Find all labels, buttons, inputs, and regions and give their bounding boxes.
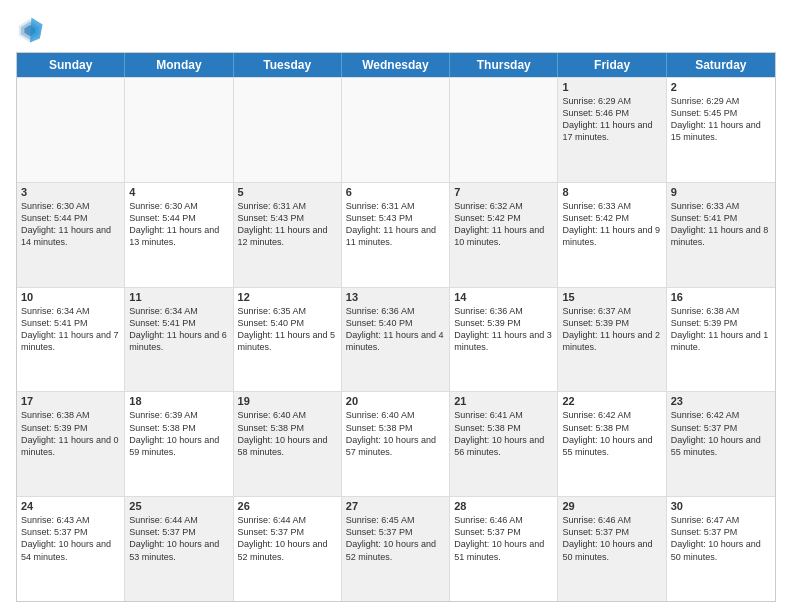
- calendar-day-cell: 12Sunrise: 6:35 AM Sunset: 5:40 PM Dayli…: [234, 288, 342, 392]
- day-details: Sunrise: 6:38 AM Sunset: 5:39 PM Dayligh…: [671, 305, 771, 354]
- day-details: Sunrise: 6:29 AM Sunset: 5:46 PM Dayligh…: [562, 95, 661, 144]
- day-details: Sunrise: 6:43 AM Sunset: 5:37 PM Dayligh…: [21, 514, 120, 563]
- calendar-day-cell: 20Sunrise: 6:40 AM Sunset: 5:38 PM Dayli…: [342, 392, 450, 496]
- calendar-row: 1Sunrise: 6:29 AM Sunset: 5:46 PM Daylig…: [17, 77, 775, 182]
- calendar-day-cell: 7Sunrise: 6:32 AM Sunset: 5:42 PM Daylig…: [450, 183, 558, 287]
- day-details: Sunrise: 6:35 AM Sunset: 5:40 PM Dayligh…: [238, 305, 337, 354]
- day-details: Sunrise: 6:30 AM Sunset: 5:44 PM Dayligh…: [129, 200, 228, 249]
- calendar-day-cell: 14Sunrise: 6:36 AM Sunset: 5:39 PM Dayli…: [450, 288, 558, 392]
- day-number: 29: [562, 500, 661, 512]
- calendar-body: 1Sunrise: 6:29 AM Sunset: 5:46 PM Daylig…: [17, 77, 775, 601]
- calendar-day-cell: 29Sunrise: 6:46 AM Sunset: 5:37 PM Dayli…: [558, 497, 666, 601]
- calendar-row: 17Sunrise: 6:38 AM Sunset: 5:39 PM Dayli…: [17, 391, 775, 496]
- day-number: 10: [21, 291, 120, 303]
- calendar-day-cell: 18Sunrise: 6:39 AM Sunset: 5:38 PM Dayli…: [125, 392, 233, 496]
- day-number: 30: [671, 500, 771, 512]
- calendar-day-cell: 11Sunrise: 6:34 AM Sunset: 5:41 PM Dayli…: [125, 288, 233, 392]
- calendar-day-cell: 27Sunrise: 6:45 AM Sunset: 5:37 PM Dayli…: [342, 497, 450, 601]
- calendar-row: 24Sunrise: 6:43 AM Sunset: 5:37 PM Dayli…: [17, 496, 775, 601]
- calendar-day-cell: 15Sunrise: 6:37 AM Sunset: 5:39 PM Dayli…: [558, 288, 666, 392]
- day-number: 13: [346, 291, 445, 303]
- weekday-header: Wednesday: [342, 53, 450, 77]
- calendar-day-cell: 26Sunrise: 6:44 AM Sunset: 5:37 PM Dayli…: [234, 497, 342, 601]
- day-details: Sunrise: 6:42 AM Sunset: 5:38 PM Dayligh…: [562, 409, 661, 458]
- day-number: 19: [238, 395, 337, 407]
- day-number: 20: [346, 395, 445, 407]
- calendar-header: SundayMondayTuesdayWednesdayThursdayFrid…: [17, 53, 775, 77]
- calendar-day-cell: 1Sunrise: 6:29 AM Sunset: 5:46 PM Daylig…: [558, 78, 666, 182]
- calendar-day-cell: 8Sunrise: 6:33 AM Sunset: 5:42 PM Daylig…: [558, 183, 666, 287]
- day-number: 27: [346, 500, 445, 512]
- calendar-empty-cell: [342, 78, 450, 182]
- day-details: Sunrise: 6:32 AM Sunset: 5:42 PM Dayligh…: [454, 200, 553, 249]
- day-details: Sunrise: 6:40 AM Sunset: 5:38 PM Dayligh…: [346, 409, 445, 458]
- day-number: 3: [21, 186, 120, 198]
- day-details: Sunrise: 6:33 AM Sunset: 5:42 PM Dayligh…: [562, 200, 661, 249]
- day-details: Sunrise: 6:29 AM Sunset: 5:45 PM Dayligh…: [671, 95, 771, 144]
- calendar-row: 10Sunrise: 6:34 AM Sunset: 5:41 PM Dayli…: [17, 287, 775, 392]
- calendar-day-cell: 28Sunrise: 6:46 AM Sunset: 5:37 PM Dayli…: [450, 497, 558, 601]
- calendar-day-cell: 17Sunrise: 6:38 AM Sunset: 5:39 PM Dayli…: [17, 392, 125, 496]
- day-details: Sunrise: 6:47 AM Sunset: 5:37 PM Dayligh…: [671, 514, 771, 563]
- calendar-day-cell: 30Sunrise: 6:47 AM Sunset: 5:37 PM Dayli…: [667, 497, 775, 601]
- day-number: 21: [454, 395, 553, 407]
- weekday-header: Sunday: [17, 53, 125, 77]
- calendar-day-cell: 21Sunrise: 6:41 AM Sunset: 5:38 PM Dayli…: [450, 392, 558, 496]
- calendar-empty-cell: [234, 78, 342, 182]
- calendar-day-cell: 4Sunrise: 6:30 AM Sunset: 5:44 PM Daylig…: [125, 183, 233, 287]
- day-details: Sunrise: 6:37 AM Sunset: 5:39 PM Dayligh…: [562, 305, 661, 354]
- day-details: Sunrise: 6:44 AM Sunset: 5:37 PM Dayligh…: [238, 514, 337, 563]
- day-details: Sunrise: 6:36 AM Sunset: 5:39 PM Dayligh…: [454, 305, 553, 354]
- calendar-empty-cell: [125, 78, 233, 182]
- calendar-day-cell: 25Sunrise: 6:44 AM Sunset: 5:37 PM Dayli…: [125, 497, 233, 601]
- day-number: 16: [671, 291, 771, 303]
- weekday-header: Friday: [558, 53, 666, 77]
- day-details: Sunrise: 6:39 AM Sunset: 5:38 PM Dayligh…: [129, 409, 228, 458]
- day-details: Sunrise: 6:45 AM Sunset: 5:37 PM Dayligh…: [346, 514, 445, 563]
- day-number: 12: [238, 291, 337, 303]
- weekday-header: Thursday: [450, 53, 558, 77]
- calendar: SundayMondayTuesdayWednesdayThursdayFrid…: [16, 52, 776, 602]
- day-number: 22: [562, 395, 661, 407]
- day-details: Sunrise: 6:44 AM Sunset: 5:37 PM Dayligh…: [129, 514, 228, 563]
- day-number: 1: [562, 81, 661, 93]
- calendar-day-cell: 13Sunrise: 6:36 AM Sunset: 5:40 PM Dayli…: [342, 288, 450, 392]
- calendar-day-cell: 3Sunrise: 6:30 AM Sunset: 5:44 PM Daylig…: [17, 183, 125, 287]
- day-number: 28: [454, 500, 553, 512]
- calendar-day-cell: 19Sunrise: 6:40 AM Sunset: 5:38 PM Dayli…: [234, 392, 342, 496]
- day-number: 25: [129, 500, 228, 512]
- day-details: Sunrise: 6:34 AM Sunset: 5:41 PM Dayligh…: [21, 305, 120, 354]
- day-details: Sunrise: 6:34 AM Sunset: 5:41 PM Dayligh…: [129, 305, 228, 354]
- day-number: 11: [129, 291, 228, 303]
- header: [16, 16, 776, 44]
- day-details: Sunrise: 6:33 AM Sunset: 5:41 PM Dayligh…: [671, 200, 771, 249]
- day-details: Sunrise: 6:31 AM Sunset: 5:43 PM Dayligh…: [346, 200, 445, 249]
- day-number: 4: [129, 186, 228, 198]
- day-number: 5: [238, 186, 337, 198]
- day-details: Sunrise: 6:46 AM Sunset: 5:37 PM Dayligh…: [454, 514, 553, 563]
- day-number: 14: [454, 291, 553, 303]
- svg-marker-3: [30, 17, 43, 42]
- day-number: 17: [21, 395, 120, 407]
- calendar-empty-cell: [450, 78, 558, 182]
- day-details: Sunrise: 6:46 AM Sunset: 5:37 PM Dayligh…: [562, 514, 661, 563]
- day-number: 24: [21, 500, 120, 512]
- calendar-day-cell: 5Sunrise: 6:31 AM Sunset: 5:43 PM Daylig…: [234, 183, 342, 287]
- calendar-day-cell: 22Sunrise: 6:42 AM Sunset: 5:38 PM Dayli…: [558, 392, 666, 496]
- weekday-header: Saturday: [667, 53, 775, 77]
- day-number: 9: [671, 186, 771, 198]
- day-number: 6: [346, 186, 445, 198]
- day-details: Sunrise: 6:30 AM Sunset: 5:44 PM Dayligh…: [21, 200, 120, 249]
- calendar-day-cell: 23Sunrise: 6:42 AM Sunset: 5:37 PM Dayli…: [667, 392, 775, 496]
- day-details: Sunrise: 6:41 AM Sunset: 5:38 PM Dayligh…: [454, 409, 553, 458]
- day-number: 23: [671, 395, 771, 407]
- calendar-day-cell: 9Sunrise: 6:33 AM Sunset: 5:41 PM Daylig…: [667, 183, 775, 287]
- day-number: 2: [671, 81, 771, 93]
- day-number: 26: [238, 500, 337, 512]
- day-number: 15: [562, 291, 661, 303]
- day-number: 8: [562, 186, 661, 198]
- calendar-day-cell: 24Sunrise: 6:43 AM Sunset: 5:37 PM Dayli…: [17, 497, 125, 601]
- day-details: Sunrise: 6:36 AM Sunset: 5:40 PM Dayligh…: [346, 305, 445, 354]
- day-number: 18: [129, 395, 228, 407]
- logo: [16, 16, 48, 44]
